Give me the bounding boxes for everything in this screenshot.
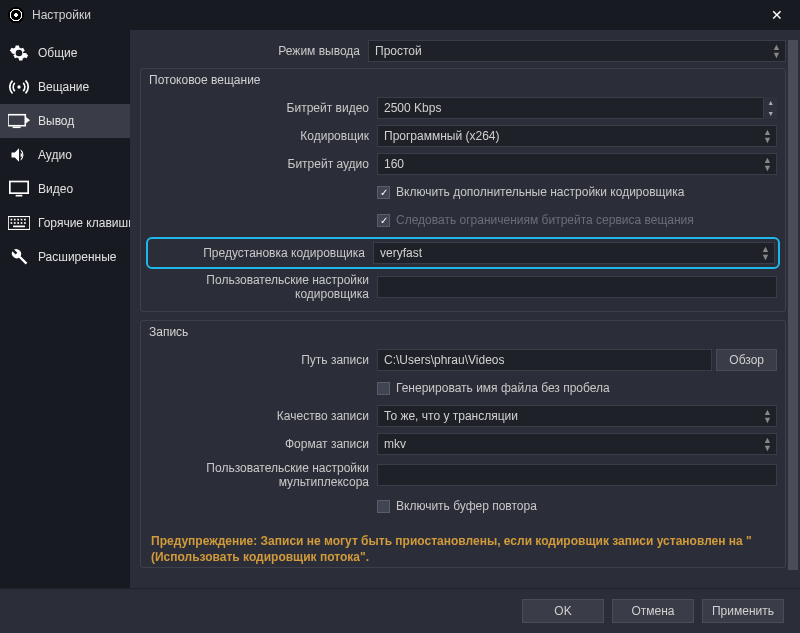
sidebar-item-audio[interactable]: Аудио xyxy=(0,138,130,172)
audio-bitrate-label: Битрейт аудио xyxy=(149,157,377,171)
sidebar: Общие Вещание Вывод Аудио Видео Горячие … xyxy=(0,30,130,588)
streaming-title: Потоковое вещание xyxy=(141,69,785,91)
svg-rect-3 xyxy=(16,195,23,197)
encoder-preset-label: Предустановка кодировщика xyxy=(151,246,373,260)
svg-rect-8 xyxy=(21,219,23,221)
enable-advanced-label: Включить дополнительные настройки кодиро… xyxy=(396,185,684,199)
svg-rect-5 xyxy=(11,219,13,221)
tools-icon xyxy=(8,246,30,268)
svg-rect-0 xyxy=(8,115,25,126)
encoder-preset-highlight: Предустановка кодировщика veryfast▲▼ xyxy=(146,237,780,269)
close-icon[interactable]: ✕ xyxy=(762,7,792,23)
video-bitrate-label: Битрейт видео xyxy=(149,101,377,115)
recording-title: Запись xyxy=(141,321,785,343)
svg-rect-15 xyxy=(13,226,25,228)
sidebar-item-video[interactable]: Видео xyxy=(0,172,130,206)
sidebar-item-label: Видео xyxy=(38,182,73,196)
sidebar-item-label: Горячие клавиши xyxy=(38,216,130,230)
no-space-checkbox[interactable] xyxy=(377,382,390,395)
svg-rect-11 xyxy=(14,222,16,224)
replay-buffer-label: Включить буфер повтора xyxy=(396,499,537,513)
streaming-section: Потоковое вещание Битрейт видео 2500 Kbp… xyxy=(140,68,786,312)
rec-quality-label: Качество записи xyxy=(149,409,377,423)
spinner-icon[interactable]: ▲▼ xyxy=(763,97,777,119)
sidebar-item-general[interactable]: Общие xyxy=(0,36,130,70)
sidebar-item-label: Аудио xyxy=(38,148,72,162)
rec-format-label: Формат записи xyxy=(149,437,377,451)
app-icon xyxy=(8,7,24,23)
monitor-icon xyxy=(8,178,30,200)
replay-buffer-checkbox[interactable] xyxy=(377,500,390,513)
ok-button[interactable]: OK xyxy=(522,599,604,623)
gear-icon xyxy=(8,42,30,64)
follow-limits-checkbox[interactable]: ✓ xyxy=(377,214,390,227)
svg-rect-10 xyxy=(11,222,13,224)
cancel-button[interactable]: Отмена xyxy=(612,599,694,623)
svg-rect-13 xyxy=(21,222,23,224)
titlebar: Настройки ✕ xyxy=(0,0,800,30)
follow-limits-label: Следовать ограничениям битрейта сервиса … xyxy=(396,213,694,227)
custom-encoder-label: Пользовательские настройки кодировщика xyxy=(149,273,377,301)
encoder-preset-select[interactable]: veryfast▲▼ xyxy=(373,242,775,264)
audio-bitrate-select[interactable]: 160▲▼ xyxy=(377,153,777,175)
mux-input[interactable] xyxy=(377,464,777,486)
sidebar-item-label: Вещание xyxy=(38,80,89,94)
sidebar-item-label: Вывод xyxy=(38,114,74,128)
mux-label: Пользовательские настройки мультиплексор… xyxy=(149,461,377,489)
rec-format-select[interactable]: mkv▲▼ xyxy=(377,433,777,455)
rec-path-input[interactable]: C:\Users\phrau\Videos xyxy=(377,349,712,371)
output-icon xyxy=(8,110,30,132)
apply-button[interactable]: Применить xyxy=(702,599,784,623)
browse-button[interactable]: Обзор xyxy=(716,349,777,371)
broadcast-icon xyxy=(8,76,30,98)
rec-path-label: Путь записи xyxy=(149,353,377,367)
sidebar-item-label: Расширенные xyxy=(38,250,117,264)
svg-rect-12 xyxy=(17,222,19,224)
svg-rect-1 xyxy=(13,127,21,129)
sidebar-item-stream[interactable]: Вещание xyxy=(0,70,130,104)
speaker-icon xyxy=(8,144,30,166)
output-mode-label: Режим вывода xyxy=(140,44,368,58)
output-mode-select[interactable]: Простой ▲▼ xyxy=(368,40,786,62)
sidebar-item-output[interactable]: Вывод xyxy=(0,104,130,138)
sidebar-item-advanced[interactable]: Расширенные xyxy=(0,240,130,274)
svg-rect-9 xyxy=(24,219,26,221)
custom-encoder-input[interactable] xyxy=(377,276,777,298)
encoder-select[interactable]: Программный (x264)▲▼ xyxy=(377,125,777,147)
svg-rect-14 xyxy=(24,222,26,224)
recording-section: Запись Путь записи C:\Users\phrau\Videos… xyxy=(140,320,786,568)
enable-advanced-checkbox[interactable]: ✓ xyxy=(377,186,390,199)
scrollbar[interactable] xyxy=(788,40,798,570)
sidebar-item-label: Общие xyxy=(38,46,77,60)
rec-quality-select[interactable]: То же, что у трансляции▲▼ xyxy=(377,405,777,427)
encoder-label: Кодировщик xyxy=(149,129,377,143)
footer: OK Отмена Применить xyxy=(0,588,800,633)
svg-rect-2 xyxy=(10,182,28,194)
svg-rect-7 xyxy=(17,219,19,221)
warning-text: Предупреждение: Записи не могут быть при… xyxy=(141,527,785,567)
svg-rect-6 xyxy=(14,219,16,221)
no-space-label: Генерировать имя файла без пробела xyxy=(396,381,610,395)
video-bitrate-input[interactable]: 2500 Kbps xyxy=(377,97,764,119)
sidebar-item-hotkeys[interactable]: Горячие клавиши xyxy=(0,206,130,240)
keyboard-icon xyxy=(8,212,30,234)
window-title: Настройки xyxy=(32,8,762,22)
main-panel: Режим вывода Простой ▲▼ Потоковое вещани… xyxy=(130,30,800,588)
